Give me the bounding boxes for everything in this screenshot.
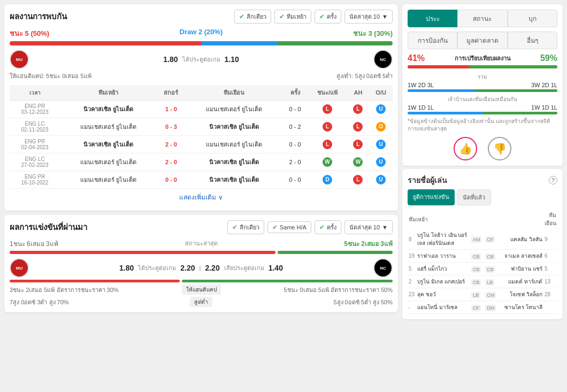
comp-bar-right bbox=[469, 65, 557, 68]
players-title: รายชื่อผู้เล่น bbox=[408, 174, 447, 186]
overall-label: รวม bbox=[408, 73, 557, 81]
filter-times[interactable]: ✔ ครั้ง bbox=[315, 10, 341, 24]
times-cell: 0 - 0 bbox=[282, 171, 308, 189]
filter-single-league2[interactable]: ✔ ลีกเดียว bbox=[227, 220, 264, 234]
score-cell: 1 - 0 bbox=[156, 101, 186, 118]
ah-badge: L bbox=[353, 104, 363, 114]
remark-text: *ข้อมูลข้างต้นเป็นข้อมูลอ้างอิงเท่านั้น … bbox=[408, 118, 557, 133]
filter-latest2[interactable]: นัดล่าสุด 10 ▼ bbox=[344, 220, 393, 234]
recent-form-title: ผลการแข่งขันที่ผ่านมา bbox=[10, 221, 87, 234]
tab-other[interactable]: อื่นๆ bbox=[508, 32, 557, 49]
filter-times2[interactable]: ✔ ครั้ง bbox=[315, 220, 341, 234]
col-times: ครั้ง bbox=[282, 85, 308, 101]
overall-sub-comp: รวม 1W 2D 3L 3W 2D 1L bbox=[408, 73, 557, 92]
home-odds: 1.80 bbox=[163, 55, 178, 64]
ah-badge: L bbox=[353, 140, 363, 149]
home-team-cell: นิวคาสเซิล ยูไนเต็ด bbox=[60, 101, 156, 118]
player-num-away: 28 bbox=[543, 288, 557, 301]
filter-single-league[interactable]: ✔ ลีกเดียว bbox=[234, 10, 271, 24]
help-icon[interactable]: ? bbox=[549, 176, 557, 185]
ou-badge: O bbox=[376, 122, 386, 132]
thumbs-down-btn[interactable]: 👎 bbox=[488, 137, 511, 160]
table-row: ENG PR03-12-2023 นิวคาสเซิล ยูไนเต็ด 1 -… bbox=[10, 101, 393, 118]
show-more-btn[interactable]: แสดงเพิ่มเติม ∨ bbox=[10, 189, 393, 205]
player-num-home: 19 bbox=[408, 250, 416, 263]
ah-badge: W bbox=[353, 157, 363, 167]
league-cell: ENG PR02-04-2023 bbox=[10, 136, 60, 153]
player-sub-tabs: ยูติการแข่งขัน นัดที่แล้ว bbox=[408, 189, 557, 205]
away-ha: 1W 1D 1L bbox=[531, 104, 557, 111]
thumbs-up-btn[interactable]: 👍 bbox=[454, 137, 477, 160]
hc-label: ให้แฮนดิแคป: 5ชนะ 0เสมอ 5แพ้ bbox=[10, 71, 91, 81]
recent-filters: ✔ ลีกเดียว ✔ Same H/A ✔ ครั้ง นัดล่าสุด … bbox=[227, 220, 393, 234]
ah-cell: L bbox=[347, 118, 369, 136]
home-team-cell: แมนเชสเตอร์ ยูไนเต็ด bbox=[60, 171, 156, 189]
tab-competing[interactable]: ยูติการแข่งขัน bbox=[408, 189, 455, 205]
pct-left: 41% bbox=[408, 53, 425, 63]
recent-mid1: ได้ประตูต่อเกม bbox=[138, 263, 176, 273]
ou-badge: U bbox=[376, 175, 386, 185]
pos-away: CF bbox=[485, 236, 495, 243]
score-cell: 2 - 0 bbox=[156, 153, 186, 171]
wl-badge: L bbox=[323, 104, 332, 114]
player-num-home: - bbox=[408, 301, 416, 314]
filter-same-ha[interactable]: ✔ Same H/A bbox=[267, 221, 311, 233]
col-home: ทีมเหย้า bbox=[60, 85, 156, 101]
bar-away-win bbox=[278, 41, 393, 45]
filter-latest[interactable]: นัดล่าสุด 10 ▼ bbox=[344, 10, 393, 24]
comparison-section: 41% การเปรียบเทียบผลงาน 59% bbox=[408, 53, 557, 68]
feedback-row: 👍 👎 bbox=[408, 137, 557, 160]
player-num-away: 13 bbox=[543, 275, 557, 288]
tab-defense[interactable]: การป้องกัน bbox=[408, 32, 457, 49]
players-title-row: รายชื่อผู้เล่น ? bbox=[408, 174, 557, 186]
away-bar bbox=[278, 251, 393, 254]
pos-home: CB bbox=[471, 253, 481, 260]
ha-row: 1W 1D 1L 1W 1D 1L bbox=[408, 104, 557, 111]
pos-home: CB bbox=[471, 266, 481, 273]
player-num-away: 5 bbox=[543, 263, 557, 275]
ou-badge: U bbox=[376, 157, 386, 167]
ou-badge: U bbox=[376, 104, 386, 114]
pos-home: AM bbox=[471, 236, 482, 243]
comparison-header: 41% การเปรียบเทียบผลงาน 59% bbox=[408, 53, 557, 63]
away-team-logo2: NC bbox=[373, 258, 393, 278]
home-bar bbox=[10, 251, 275, 254]
score-cell: 2 - 0 bbox=[156, 136, 186, 153]
wl-cell: D bbox=[308, 171, 347, 189]
team-odds-row: MU 1.80 ได้ประตูต่อเกม 1.10 NC bbox=[10, 50, 393, 69]
hl-row: 7สูง 0อดซ์ 3ต่ำ สูง 70% สูง/ต่ำ 5สูง 0อด… bbox=[10, 297, 393, 307]
recent-bars bbox=[10, 251, 393, 254]
recent-mid4: เสียประตูต่อเกม bbox=[224, 263, 264, 273]
ah-badge: L bbox=[353, 122, 363, 132]
recent-odds-row: MU 1.80 ได้ประตูต่อเกม 2.20 | 2.20 เสียป… bbox=[10, 258, 393, 278]
tab-status[interactable]: สถานะ bbox=[457, 10, 507, 27]
home-team-logo: MU bbox=[10, 50, 29, 69]
tab-last-match[interactable]: นัดที่แล้ว bbox=[457, 189, 491, 205]
table-row: ENG PR02-04-2023 นิวคาสเซิล ยูไนเต็ด 2 -… bbox=[10, 136, 393, 153]
away-overall: 3W 2D 1L bbox=[531, 82, 557, 88]
ou-badge: U bbox=[376, 140, 386, 149]
tab-buk[interactable]: บุก bbox=[508, 10, 557, 27]
player-name-away: ฟาบิอาน แชร์ bbox=[499, 263, 543, 275]
bar-draw bbox=[201, 41, 278, 45]
wl-cell: L bbox=[308, 101, 347, 118]
pos-away: CM bbox=[485, 292, 496, 298]
home-team-cell: นิวคาสเซิล ยูไนเต็ด bbox=[60, 136, 156, 153]
tab-market[interactable]: มูลค่าตลาด bbox=[457, 32, 507, 49]
players-table: ทีมเหย้า ทีมเยือน 8 บรูโน่ โจฮ้าว เอิน บ… bbox=[408, 210, 557, 314]
times-cell: 2 - 0 bbox=[282, 153, 308, 171]
h2h-card: ผลงานการพบกัน ✔ ลีกเดียว ✔ ทีมเหย้า ✔ คร… bbox=[4, 4, 398, 211]
recent-home-odds: 1.80 bbox=[119, 264, 134, 272]
tab-pratha[interactable]: ประะ bbox=[408, 10, 457, 27]
wl-cell: W bbox=[308, 153, 347, 171]
away-team-cell: นิวคาสเซิล ยูไนเต็ด bbox=[186, 171, 282, 189]
ou-cell: U bbox=[369, 153, 393, 171]
filter-home-away[interactable]: ✔ ทีมเหย้า bbox=[274, 10, 311, 24]
pos-home: LB bbox=[471, 292, 480, 298]
away-record: 5ชนะ 2เสมอ 3แพ้ bbox=[344, 239, 393, 249]
wl-cell: L bbox=[308, 118, 347, 136]
pos-home: CF bbox=[471, 305, 481, 311]
league-cell: ENG PR16-10-2022 bbox=[10, 171, 60, 189]
hl-label: สูง/ต่ำ: 5สูง 0อดซ์ 5ต่ำ bbox=[336, 71, 393, 81]
hc-center-label: ให้แฮนดิแคป bbox=[182, 285, 221, 295]
